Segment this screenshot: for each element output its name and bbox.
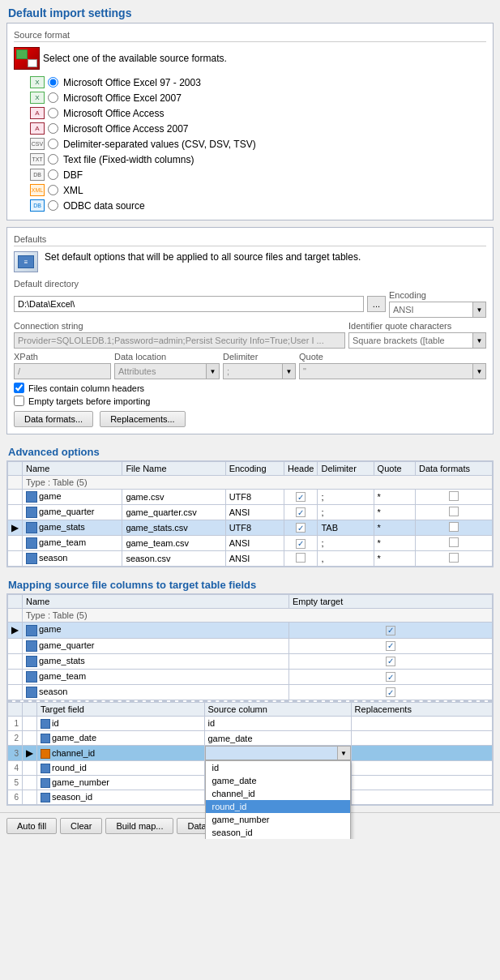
defaults-section: Defaults ≡ Set default options that will… [6,227,494,434]
radio-excel97[interactable]: X Microsoft Office Excel 97 - 2003 [14,75,486,90]
source-dropdown-arrow-3[interactable]: ▼ [337,747,350,760]
adv-row-gameteam-delim: ; [318,536,374,551]
radio-access2007[interactable]: A Microsoft Office Access 2007 [14,121,486,136]
adv-row-game-file: game.csv [122,490,225,505]
field-row-3[interactable]: 3 ▶ channel_id ▼ id game_date channel_id [8,746,493,761]
conn-input [14,332,345,349]
source-format-icon [14,47,40,70]
ident-select[interactable]: Square brackets ([table ▼ [348,332,486,349]
source-format-section: Source format Select one of the availabl… [6,23,494,220]
advanced-section: Name File Name Encoding Heade Delimiter … [6,460,494,567]
field-row-3-arrow: ▶ [23,746,37,761]
clear-button[interactable]: Clear [60,818,102,834]
replacements-button[interactable]: Replacements... [100,411,185,427]
map-row-game-arrow: ▶ [8,623,23,638]
radio-xml-input[interactable] [48,185,58,195]
source-format-header: Select one of the available source forma… [14,47,486,70]
dd-item-season-id[interactable]: season_id [206,826,350,839]
radio-access[interactable]: A Microsoft Office Access [14,105,486,121]
dataloc-select[interactable]: Attributes ▼ [114,363,220,379]
col-headers-row: Files contain column headers [14,383,486,393]
radio-excel2007[interactable]: X Microsoft Office Excel 2007 [14,90,486,105]
radio-csv-label: Delimiter-separated values (CSV, DSV, TS… [63,139,256,150]
field-row-1[interactable]: 1 id id [8,716,493,730]
field-row-4-arrow [23,761,37,776]
radio-textfile-input[interactable] [48,154,58,165]
radio-access-input[interactable] [48,108,58,118]
map-row-game-name: game [23,623,289,638]
xpath-input [14,363,111,379]
radio-csv[interactable]: CSV Delimiter-separated values (CSV, DSV… [14,136,486,152]
radio-dbf-input[interactable] [48,169,58,180]
radio-excel2007-input[interactable] [48,92,58,103]
radio-odbc-input[interactable] [48,200,58,211]
field-row-2[interactable]: 2 game_date game_date [8,731,493,746]
dd-item-game-date[interactable]: game_date [206,774,350,787]
empty-targets-checkbox[interactable] [14,396,24,406]
quote-dropdown-arrow[interactable]: ▼ [472,364,485,379]
auto-fill-button[interactable]: Auto fill [6,818,57,834]
col-headers-checkbox[interactable] [14,383,24,393]
delim-select[interactable]: ; ▼ [223,363,296,379]
adv-row-gamestats-name: game_stats [23,520,122,536]
source-dropdown-list-3[interactable]: id game_date channel_id round_id game_nu… [205,760,351,839]
adv-row-game-team[interactable]: game_team game_team.csv ANSI ; * [8,536,493,551]
radio-access2007-input[interactable] [48,123,58,134]
ident-dropdown-arrow[interactable]: ▼ [472,333,485,348]
adv-row-game[interactable]: game game.csv UTF8 ; * [8,490,493,505]
quote-select[interactable]: " ▼ [299,363,486,379]
field-row-6-target: season_id [37,790,205,805]
radio-excel97-input[interactable] [48,77,58,88]
adv-row-gamestats-delim: TAB [318,520,374,536]
adv-row-game-quarter[interactable]: game_quarter game_quarter.csv ANSI ; * [8,505,493,520]
radio-dbf[interactable]: DB DBF [14,167,486,182]
adv-col-filename: File Name [122,462,225,476]
radio-xml[interactable]: XML XML [14,182,486,198]
source-format-instruction: Select one of the available source forma… [43,53,227,64]
adv-row-gamequarter-fmt [416,505,493,520]
radio-dbf-label: DBF [63,169,83,181]
radio-odbc[interactable]: DB ODBC data source [14,198,486,213]
encoding-select[interactable]: ANSI ▼ [389,302,486,318]
map-row-season-empty [288,684,492,700]
dd-item-channel-id[interactable]: channel_id [206,787,350,800]
mapping-title: Mapping source file columns to target ta… [0,574,500,593]
map-row-game-empty [288,623,492,638]
adv-row-gamestats-arrow: ▶ [8,520,23,536]
field-col-replacements: Replacements [351,702,492,716]
build-map-button[interactable]: Build map... [105,818,173,834]
browse-button[interactable]: ... [367,296,386,312]
adv-row-gamestats-quote: * [374,520,415,536]
adv-row-gamestats-header [284,520,318,536]
map-row-gamequarter-name: game_quarter [23,638,289,653]
dataloc-dropdown-arrow[interactable]: ▼ [206,364,219,379]
empty-targets-row: Empty targets before importing [14,396,486,406]
radio-csv-input[interactable] [48,139,58,149]
data-formats-button[interactable]: Data formats... [14,411,93,427]
map-row-gameteam[interactable]: game_team [8,669,493,684]
dd-item-game-number[interactable]: game_number [206,813,350,826]
dir-input[interactable] [14,296,364,312]
dataloc-label: Data location [114,352,220,362]
delim-dropdown-arrow[interactable]: ▼ [282,364,295,379]
adv-row-game-stats[interactable]: ▶ game_stats game_stats.csv UTF8 TAB * [8,520,493,536]
map-type-row: Type : Table (5) [8,609,493,623]
dd-item-id[interactable]: id [206,761,350,774]
field-row-3-source[interactable]: ▼ id game_date channel_id round_id game_… [204,746,351,761]
map-row-game[interactable]: ▶ game [8,623,493,638]
dd-item-round-id[interactable]: round_id [206,800,350,813]
field-row-1-num: 1 [8,716,23,730]
adv-col-name: Name [23,462,122,476]
adv-row-season[interactable]: season season.csv ANSI , * [8,551,493,567]
field-row-3-source-dropdown[interactable]: ▼ id game_date channel_id round_id game_… [205,746,351,760]
map-row-gamestats[interactable]: game_stats [8,653,493,669]
radio-textfile[interactable]: TXT Text file (Fixed-width columns) [14,152,486,167]
source-col-select-3[interactable]: ▼ [205,746,351,760]
adv-row-game-delim: ; [318,490,374,505]
map-row-season[interactable]: season [8,684,493,700]
field-col-source: Source column [204,702,351,716]
encoding-label: Encoding [389,290,486,300]
map-row-gamequarter[interactable]: game_quarter [8,638,493,653]
encoding-dropdown-arrow[interactable]: ▼ [472,302,485,317]
adv-row-gameteam-header [284,536,318,551]
